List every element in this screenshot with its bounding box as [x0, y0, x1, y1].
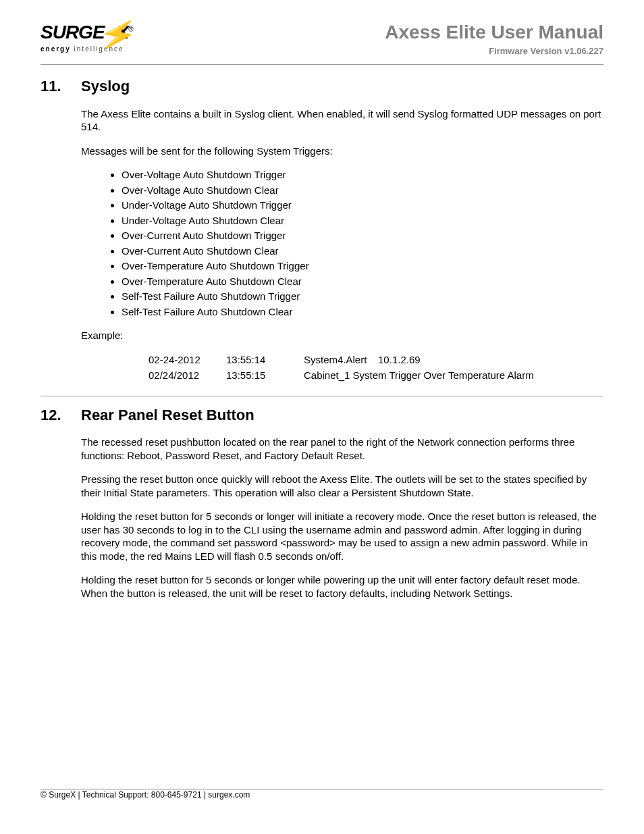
paragraph: The Axess Elite contains a built in Sysl… [81, 107, 603, 134]
list-item: Self-Test Failure Auto Shutdown Trigger [122, 290, 603, 303]
section-heading: 12. Rear Panel Reset Button [41, 406, 603, 425]
list-item: Over-Voltage Auto Shutdown Trigger [122, 168, 603, 182]
list-item: Over-Temperature Auto Shutdown Clear [122, 275, 603, 288]
section-syslog: 11. Syslog The Axess Elite contains a bu… [41, 77, 603, 382]
page-footer: © SurgeX | Technical Support: 800-645-97… [41, 789, 603, 801]
doc-title-box: Axess Elite User Manual Firmware Version… [385, 20, 603, 57]
list-item: Under-Voltage Auto Shutdown Trigger [122, 199, 603, 212]
paragraph: Messages will be sent for the following … [81, 145, 603, 158]
list-item: Over-Voltage Auto Shutdown Clear [122, 184, 603, 197]
example-msg: System4.Alert 10.1.2.69 [304, 353, 603, 367]
paragraph: Holding the reset button for 5 seconds o… [81, 573, 603, 600]
tagline-bold: energy [41, 45, 71, 53]
section-number: 11. [41, 77, 81, 97]
logo: SURGE⚡X® energy intelligence [41, 20, 155, 53]
firmware-version: Firmware Version v1.06.227 [385, 46, 603, 57]
list-item: Self-Test Failure Auto Shutdown Clear [122, 305, 603, 319]
section-number: 12. [41, 406, 81, 425]
table-row: 02/24/2012 13:55:15 Cabinet_1 System Tri… [149, 369, 603, 382]
list-item: Over-Current Auto Shutdown Trigger [122, 229, 603, 242]
doc-title: Axess Elite User Manual [385, 20, 603, 45]
example-time: 13:55:14 [226, 353, 304, 367]
example-date: 02/24/2012 [149, 369, 226, 382]
example-label: Example: [81, 329, 603, 342]
paragraph: Pressing the reset button once quickly w… [81, 473, 603, 499]
doc-title-manual: User Manual [486, 22, 603, 43]
section-heading: 11. Syslog [41, 77, 603, 97]
paragraph: Holding the reset button for 5 seconds o… [81, 510, 603, 563]
list-item: Under-Voltage Auto Shutdown Clear [122, 214, 603, 228]
doc-title-product: Axess Elite [385, 22, 485, 43]
example-msg: Cabinet_1 System Trigger Over Temperatur… [304, 369, 603, 382]
table-row: 02-24-2012 13:55:14 System4.Alert 10.1.2… [149, 353, 603, 367]
header-rule [41, 64, 603, 65]
logo-wordmark: SURGE⚡X® [41, 20, 155, 45]
trigger-list: Over-Voltage Auto Shutdown Trigger Over-… [122, 168, 603, 318]
example-time: 13:55:15 [226, 369, 304, 382]
example-date: 02-24-2012 [149, 353, 226, 367]
section-title: Syslog [81, 77, 130, 97]
logo-text: SURGE [41, 22, 105, 43]
list-item: Over-Temperature Auto Shutdown Trigger [122, 259, 603, 273]
section-title: Rear Panel Reset Button [81, 406, 254, 425]
list-item: Over-Current Auto Shutdown Clear [122, 244, 603, 258]
paragraph: The recessed reset pushbutton located on… [81, 436, 603, 462]
page-header: SURGE⚡X® energy intelligence Axess Elite… [41, 20, 603, 57]
section-body: The Axess Elite contains a built in Sysl… [81, 107, 603, 382]
footer-text: © SurgeX | Technical Support: 800-645-97… [41, 790, 603, 801]
section-divider [41, 396, 603, 396]
example-table: 02-24-2012 13:55:14 System4.Alert 10.1.2… [149, 353, 603, 382]
section-rear-panel-reset: 12. Rear Panel Reset Button The recessed… [41, 406, 603, 600]
section-body: The recessed reset pushbutton located on… [81, 436, 603, 600]
